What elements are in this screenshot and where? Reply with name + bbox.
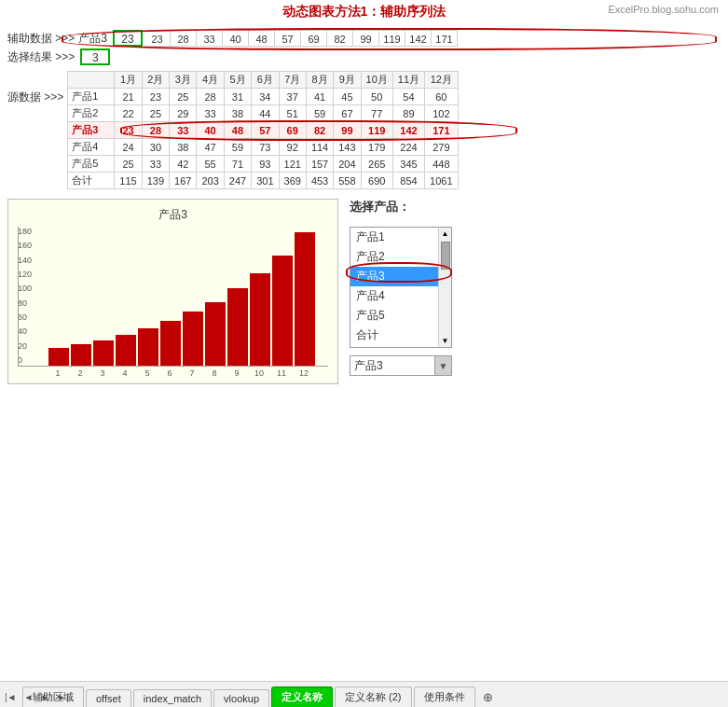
tab-vlookup[interactable]: vlookup <box>213 689 269 707</box>
selector-label: 选择产品： <box>350 199 452 215</box>
cell-r3-c11: 279 <box>425 139 458 156</box>
cell-r4-c11: 448 <box>425 156 458 173</box>
x-label: 9 <box>227 368 247 378</box>
col-header-month-12: 12月 <box>425 72 458 89</box>
tab-nav-next[interactable]: ► <box>37 691 52 703</box>
tab-nav-first[interactable]: |◄ <box>2 691 20 703</box>
x-label: 5 <box>137 368 158 378</box>
cell-r0-c4: 31 <box>224 89 251 105</box>
bar-8 <box>205 302 226 366</box>
cell-r2-c11: 171 <box>425 122 458 139</box>
listbox-item-4[interactable]: 产品5 <box>350 306 438 326</box>
product-listbox[interactable]: ▲ ▼ 产品1产品2产品3产品4产品5合计 <box>350 227 452 348</box>
cell-r3-c7: 114 <box>306 139 333 156</box>
row-label-3: 产品4 <box>68 139 115 156</box>
listbox-item-1[interactable]: 产品2 <box>350 247 438 267</box>
main-content: 产品3 180160140120100806040200 12345678910… <box>7 199 721 384</box>
listbox-item-3[interactable]: 产品4 <box>350 286 438 306</box>
cell-r4-c4: 71 <box>224 156 251 173</box>
x-label: 10 <box>249 368 269 378</box>
helper-month-value-9: 99 <box>353 30 379 47</box>
table-row: 合计1151391672032473013694535586908541061 <box>68 173 458 189</box>
scrollbar-thumb[interactable] <box>441 242 450 270</box>
tab-index_match[interactable]: index_match <box>133 689 212 707</box>
main-title: 动态图表方法1：辅助序列法 <box>282 4 446 19</box>
bar-3 <box>93 340 114 366</box>
chart-title: 产品3 <box>18 207 328 223</box>
table-row: 产品22225293338445159677789102 <box>68 105 458 122</box>
dropdown-arrow-icon[interactable]: ▼ <box>434 356 451 375</box>
listbox-item-2[interactable]: 产品3 <box>350 267 438 286</box>
cell-r3-c5: 73 <box>252 139 279 156</box>
cell-r1-c9: 77 <box>361 105 392 122</box>
bar-10 <box>250 273 270 366</box>
source-data-section: 源数据 >>>1月2月3月4月5月6月7月8月9月10月11月12月产品1212… <box>7 71 721 189</box>
tab-nav-last[interactable]: ►| <box>54 691 72 703</box>
cell-r0-c6: 37 <box>279 89 306 105</box>
tab-定义名称-(2)[interactable]: 定义名称 (2) <box>335 686 412 707</box>
cell-r5-c11: 1061 <box>425 173 458 189</box>
col-header-month-1: 1月 <box>115 72 142 89</box>
helper-month-value-5: 48 <box>249 30 275 47</box>
cell-r4-c2: 42 <box>170 156 197 173</box>
table-row: 产品1212325283134374145505460 <box>68 89 458 105</box>
cell-r5-c1: 139 <box>142 173 169 189</box>
cell-r1-c0: 22 <box>115 105 142 122</box>
cell-r2-c3: 40 <box>197 122 224 139</box>
cell-r4-c7: 157 <box>306 156 333 173</box>
helper-value-cell[interactable]: 23 <box>113 30 143 47</box>
scrollbar-down-arrow[interactable]: ▼ <box>442 335 449 347</box>
cell-r3-c9: 179 <box>361 139 392 156</box>
tab-nav-prev[interactable]: ◄ <box>21 691 36 703</box>
select-value-cell[interactable]: 3 <box>80 49 110 65</box>
x-label: 2 <box>70 368 90 378</box>
listbox-scrollbar[interactable]: ▲ ▼ <box>438 228 451 347</box>
chart-area: 产品3 180160140120100806040200 12345678910… <box>7 199 338 384</box>
tab-使用条件[interactable]: 使用条件 <box>414 686 475 707</box>
cell-r1-c7: 59 <box>306 105 333 122</box>
scrollbar-up-arrow[interactable]: ▲ <box>442 228 449 240</box>
cell-r0-c1: 23 <box>142 89 169 105</box>
cell-r4-c9: 265 <box>361 156 392 173</box>
cell-r3-c8: 143 <box>334 139 361 156</box>
helper-month-value-2: 28 <box>171 30 197 47</box>
bar-4 <box>116 335 136 366</box>
cell-r5-c5: 301 <box>252 173 279 189</box>
cell-r2-c0: 23 <box>115 122 142 139</box>
helper-month-value-10: 119 <box>379 30 405 47</box>
col-header-month-3: 3月 <box>170 72 197 89</box>
bar-12 <box>295 232 315 366</box>
bar-11 <box>272 256 293 366</box>
cell-r3-c2: 38 <box>170 139 197 156</box>
x-label: 4 <box>115 368 135 378</box>
tab-定义名称[interactable]: 定义名称 <box>271 686 333 707</box>
tab-offset[interactable]: offset <box>86 689 131 707</box>
col-header-month-5: 5月 <box>224 72 251 89</box>
cell-r1-c3: 33 <box>197 105 224 122</box>
add-tab-button[interactable]: ⊕ <box>477 687 499 707</box>
cell-r4-c5: 93 <box>252 156 279 173</box>
listbox-item-0[interactable]: 产品1 <box>350 228 438 247</box>
col-header-month-10: 10月 <box>361 72 392 89</box>
col-header-month-6: 6月 <box>252 72 279 89</box>
cell-r3-c4: 59 <box>224 139 251 156</box>
helper-label: 辅助数据 >>> <box>7 31 75 47</box>
helper-month-value-6: 57 <box>275 30 301 47</box>
select-label: 选择结果 >>> <box>7 49 75 65</box>
cell-r0-c0: 21 <box>115 89 142 105</box>
helper-values-row: 232833404857698299119142171 <box>144 30 458 47</box>
listbox-item-5[interactable]: 合计 <box>350 326 438 345</box>
cell-r3-c6: 92 <box>279 139 306 156</box>
helper-row: 辅助数据 >>> 产品3 23 232833404857698299119142… <box>7 30 721 47</box>
bar-7 <box>183 312 203 366</box>
product-dropdown[interactable]: 产品3 ▼ <box>350 355 452 376</box>
cell-r1-c8: 67 <box>334 105 361 122</box>
bar-5 <box>138 328 158 366</box>
cell-r3-c3: 47 <box>197 139 224 156</box>
cell-r2-c6: 69 <box>279 122 306 139</box>
cell-r4-c1: 33 <box>142 156 169 173</box>
cell-r0-c8: 45 <box>334 89 361 105</box>
helper-month-value-11: 142 <box>405 30 432 47</box>
cell-r4-c0: 25 <box>115 156 142 173</box>
row-label-4: 产品5 <box>68 156 115 173</box>
